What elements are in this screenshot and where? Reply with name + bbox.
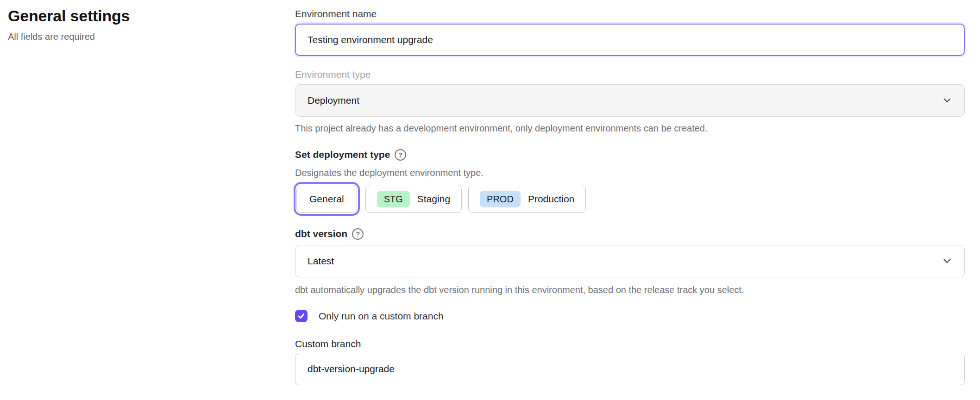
deployment-type-group: Set deployment type ? Designates the dep… [295, 149, 965, 213]
chevron-down-icon [943, 259, 951, 263]
custom-branch-group: Custom branch [295, 338, 965, 385]
general-button-label: General [309, 194, 344, 205]
dbt-version-helper: dbt automatically upgrades the dbt versi… [295, 284, 965, 296]
deployment-type-general-button[interactable]: General [296, 185, 357, 213]
page-subtitle: All fields are required [8, 31, 267, 42]
custom-branch-checkbox-row[interactable]: Only run on a custom branch [295, 310, 444, 322]
settings-form: Environment name Environment type Deploy… [295, 8, 965, 385]
dbt-version-label: dbt version [295, 228, 347, 240]
staging-badge: STG [377, 191, 410, 207]
environment-type-group: Environment type Deployment This project… [295, 69, 965, 134]
custom-branch-input[interactable] [295, 353, 965, 385]
chevron-down-icon [943, 98, 951, 103]
deployment-type-options: General STG Staging PROD Production [295, 185, 965, 213]
deployment-type-staging-button[interactable]: STG Staging [365, 185, 462, 213]
environment-type-helper: This project already has a development e… [295, 123, 965, 134]
help-icon[interactable]: ? [395, 149, 406, 161]
environment-type-select[interactable]: Deployment [295, 84, 965, 117]
help-icon[interactable]: ? [352, 228, 364, 240]
environment-name-group: Environment name [295, 8, 965, 56]
checkmark-icon [297, 312, 305, 320]
section-header: General settings All fields are required [8, 6, 267, 42]
deployment-type-label-row: Set deployment type ? [295, 149, 965, 161]
environment-type-label: Environment type [295, 69, 965, 81]
dbt-version-select[interactable]: Latest [295, 245, 965, 277]
staging-button-label: Staging [417, 194, 450, 205]
dbt-version-label-row: dbt version ? [295, 228, 965, 240]
custom-branch-checkbox-label: Only run on a custom branch [319, 310, 444, 322]
dbt-version-group: dbt version ? Latest dbt automatically u… [295, 228, 965, 296]
production-badge: PROD [480, 191, 521, 207]
environment-name-input[interactable] [295, 24, 965, 56]
environment-name-label: Environment name [295, 8, 965, 20]
deployment-type-production-button[interactable]: PROD Production [468, 185, 586, 213]
page-title: General settings [8, 6, 267, 25]
dbt-version-value: Latest [308, 256, 334, 267]
production-button-label: Production [528, 194, 574, 205]
deployment-type-label: Set deployment type [295, 149, 390, 161]
deployment-type-helper: Designates the deployment environment ty… [295, 167, 965, 179]
custom-branch-label: Custom branch [295, 338, 965, 350]
environment-type-value: Deployment [308, 95, 359, 106]
checked-checkbox-icon[interactable] [295, 310, 308, 322]
environment-settings-page: General settings All fields are required… [0, 0, 980, 400]
